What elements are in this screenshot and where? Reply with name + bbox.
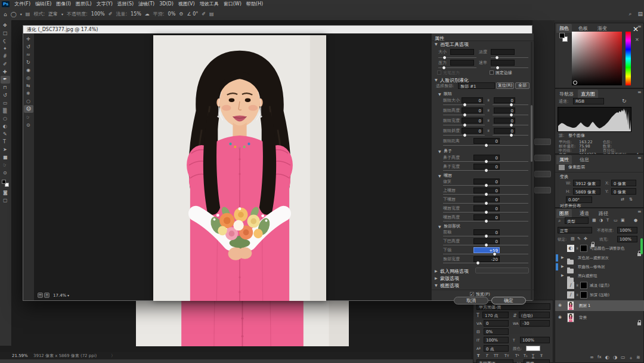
disclosure-icon[interactable]: ▼: [438, 149, 441, 153]
style-strikethrough[interactable]: Ŧ: [540, 353, 543, 358]
liquify-hand-tool[interactable]: ☞: [26, 115, 30, 120]
marquee-tool[interactable]: □: [3, 30, 8, 36]
shape-tool[interactable]: ■: [3, 155, 8, 160]
layer-name[interactable]: 黑白观察组: [578, 273, 597, 278]
histogram-panel-menu-icon[interactable]: ≡: [637, 90, 642, 95]
liquify-preview-image[interactable]: [153, 35, 326, 301]
face-shape-title[interactable]: 脸部形状: [444, 224, 460, 229]
brush-preset-icon[interactable]: ◯: [11, 11, 17, 17]
font-size-select[interactable]: 170 点: [482, 312, 509, 318]
reset-face-button[interactable]: 复位(R): [496, 82, 514, 89]
pressure-opacity-icon[interactable]: ✐: [109, 11, 113, 17]
color-fg-chip[interactable]: [559, 33, 565, 38]
lock-position-icon[interactable]: ✥: [584, 236, 587, 241]
all-faces-button[interactable]: 全部: [515, 82, 530, 89]
proportional-spacing-select[interactable]: 0%: [484, 328, 509, 335]
visibility-eye-icon[interactable]: ◉: [558, 303, 562, 307]
workspace-switcher-icon[interactable]: ▤: [637, 11, 643, 17]
move-tool[interactable]: ✥: [3, 23, 7, 28]
blur-tool[interactable]: ○: [3, 116, 7, 121]
eyes-title[interactable]: 眼睛: [444, 91, 452, 97]
face-width-slider[interactable]: [443, 263, 528, 263]
brush-size-value[interactable]: [450, 49, 474, 55]
path-select-tool[interactable]: ➤: [3, 147, 7, 152]
menu-type[interactable]: 文字(Y): [94, 0, 115, 8]
layer-filter-kind[interactable]: 类型: [565, 217, 589, 224]
layer-name[interactable]: 灰色层—观察层次: [578, 256, 609, 260]
lock-pixels-icon[interactable]: ✎: [577, 236, 581, 241]
symmetry-icon[interactable]: ▤: [209, 11, 214, 17]
forward-warp-tool[interactable]: ✛: [26, 36, 30, 42]
menu-file[interactable]: 文件(F): [12, 0, 33, 8]
horizontal-scale-field[interactable]: 100%: [520, 337, 550, 343]
menu-window[interactable]: 窗口(W): [221, 0, 244, 8]
mask-options-title[interactable]: 蒙版选项: [440, 275, 459, 282]
style-all-caps[interactable]: TT: [494, 353, 499, 358]
layer-name[interactable]: 双曲线—修饰层: [578, 264, 605, 269]
brush-rate-slider[interactable]: [491, 67, 528, 68]
histogram-refresh-icon[interactable]: ↻: [622, 98, 627, 104]
brush-preset-caret-icon[interactable]: ▾: [20, 12, 22, 16]
filter-pixel-icon[interactable]: ▦: [592, 218, 596, 223]
zoom-in-button[interactable]: ＋: [44, 293, 49, 298]
load-mesh-button-disabled[interactable]: [475, 267, 529, 273]
close-icon[interactable]: ✕: [633, 25, 639, 33]
eye-tilt-slider-left[interactable]: [443, 135, 485, 136]
disclosure-icon[interactable]: ▼: [438, 92, 441, 96]
mode-value[interactable]: 正常: [48, 11, 58, 17]
disclosure-icon[interactable]: ▼: [435, 283, 438, 287]
filter-shape-icon[interactable]: ▭: [614, 218, 618, 223]
new-layer-icon[interactable]: ＋: [628, 355, 633, 361]
quick-select-tool[interactable]: ✦: [3, 46, 7, 51]
healing-tool[interactable]: ✚: [3, 69, 7, 75]
group-expand-icon[interactable]: ▶: [561, 264, 564, 268]
menu-layer[interactable]: 图层(L): [73, 0, 94, 8]
brush-options-title[interactable]: 画笔工具选项: [440, 41, 469, 48]
search-icon[interactable]: ⌕: [628, 11, 631, 17]
eye-size-slider-right[interactable]: [493, 104, 528, 105]
channel-select[interactable]: RGB: [573, 98, 604, 104]
smooth-tool[interactable]: ≈: [26, 52, 30, 57]
style-faux-italic[interactable]: T: [485, 353, 488, 358]
layer-row[interactable]: ▶ 双曲线—修饰层: [555, 263, 644, 271]
color-saturation-square[interactable]: [572, 32, 622, 85]
disclosure-icon[interactable]: ▶: [435, 269, 438, 273]
brush-rate-value[interactable]: [491, 60, 515, 66]
eye-distance-slider[interactable]: [443, 145, 528, 146]
cancel-button[interactable]: 取消: [454, 297, 488, 304]
scroll-indicator[interactable]: [640, 238, 643, 254]
liquify-canvas[interactable]: − ＋ 17.4% ▾: [34, 33, 431, 300]
mask-thumb[interactable]: [580, 291, 587, 299]
link-icon[interactable]: ∞: [486, 119, 491, 122]
baseline-shift-field[interactable]: 0 点: [484, 345, 509, 352]
mouth-height-slider[interactable]: [443, 221, 528, 222]
disclosure-icon[interactable]: ▼: [435, 42, 438, 46]
thaw-mask-tool[interactable]: ○: [26, 99, 30, 104]
status-chevron-icon[interactable]: 〉: [111, 353, 115, 359]
preview-checkbox[interactable]: ✓: [470, 292, 474, 296]
layer-name[interactable]: 背景: [579, 315, 587, 320]
eye-width-slider-right[interactable]: [493, 125, 528, 125]
tab-properties[interactable]: 属性: [556, 155, 572, 164]
layer-row[interactable]: ◉ 背景: [555, 312, 644, 323]
brush-density-value[interactable]: [491, 49, 515, 55]
layer-name[interactable]: 可选颜色—调整肤色: [590, 246, 625, 251]
layer-row[interactable]: ◐ ∞ 可选颜色—调整肤色: [555, 244, 644, 253]
select-face-dropdown[interactable]: 脸部 #1: [458, 82, 495, 89]
mask-thumb[interactable]: [580, 245, 587, 252]
gradient-tool[interactable]: ▒: [3, 108, 7, 113]
brush-pressure-value[interactable]: [450, 60, 474, 66]
flip-vertical-icon[interactable]: ⇅: [629, 197, 633, 202]
liquify-zoom-tool[interactable]: ⊙: [26, 122, 30, 128]
brush-pressure-slider[interactable]: [438, 67, 476, 68]
dodge-tool[interactable]: ◐: [3, 124, 7, 129]
pen-tool[interactable]: ✎: [3, 131, 7, 137]
group-expand-icon[interactable]: ▶: [561, 255, 564, 259]
airbrush-icon[interactable]: ☁: [145, 11, 150, 17]
menu-view[interactable]: 视图(V): [176, 0, 197, 8]
stylus-pressure-checkbox[interactable]: [437, 70, 441, 75]
mode-caret-icon[interactable]: ▾: [61, 12, 63, 16]
mask-thumb[interactable]: [580, 282, 587, 289]
brush-density-slider[interactable]: [491, 57, 528, 58]
lock-transparent-icon[interactable]: ▨: [571, 236, 575, 241]
